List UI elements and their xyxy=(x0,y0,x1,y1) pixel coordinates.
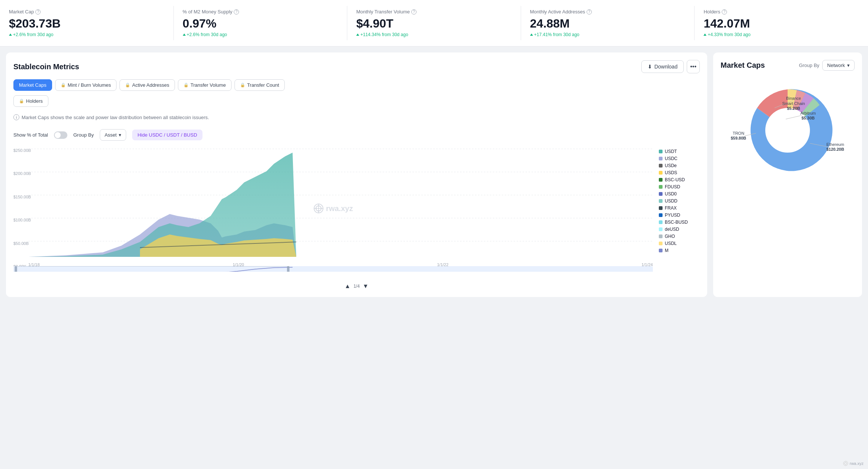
stat-item-active-addresses: Monthly Active Addresses ? 24.88M +17.41… xyxy=(521,6,695,40)
legend-dot xyxy=(659,157,663,160)
legend-dot xyxy=(659,150,663,153)
main-layout: Stablecoin Metrics ⬇ Download ••• Market… xyxy=(0,47,868,303)
tab-mint-burn[interactable]: 🔒Mint / Burn Volumes xyxy=(55,79,117,91)
legend-item: USDL xyxy=(659,241,700,246)
stat-label: Holders ? xyxy=(703,9,859,15)
legend-label: USDT xyxy=(665,149,677,154)
stat-change: +2.6% from 30d ago xyxy=(183,32,338,37)
legend-item: GHO xyxy=(659,234,700,239)
legend-dot xyxy=(659,171,663,175)
left-panel: Stablecoin Metrics ⬇ Download ••• Market… xyxy=(6,52,707,297)
lock-icon: 🔒 xyxy=(240,83,245,87)
legend-item: FDUSD xyxy=(659,184,700,189)
stats-bar: Market Cap ? $203.73B +2.6% from 30d ago… xyxy=(0,0,868,47)
up-arrow-icon xyxy=(530,34,533,36)
stat-label: Market Cap ? xyxy=(9,9,165,15)
tab-holders[interactable]: 🔒Holders xyxy=(13,95,48,107)
more-button[interactable]: ••• xyxy=(687,60,700,73)
stat-item-market-cap: Market Cap ? $203.73B +2.6% from 30d ago xyxy=(0,6,174,40)
svg-text:$120.20B: $120.20B xyxy=(826,147,844,151)
legend-dot xyxy=(659,213,663,217)
stat-label: % of M2 Money Supply ? xyxy=(183,9,338,15)
tab-active-addresses[interactable]: 🔒Active Addresses xyxy=(119,79,175,91)
stat-change: +114.34% from 30d ago xyxy=(356,32,512,37)
stat-value: $4.90T xyxy=(356,17,512,31)
tab-transfer-count[interactable]: 🔒Transfer Count xyxy=(234,79,285,91)
stat-value: $203.73B xyxy=(9,17,165,31)
svg-text:$5.20B: $5.20B xyxy=(787,106,800,111)
legend-dot xyxy=(659,249,663,252)
legend-item: USDT xyxy=(659,149,700,154)
stat-item-transfer-volume: Monthly Transfer Volume ? $4.90T +114.34… xyxy=(347,6,521,40)
tab-transfer-volume[interactable]: 🔒Transfer Volume xyxy=(178,79,232,91)
legend-label: USD0 xyxy=(665,191,677,197)
tab-market-caps[interactable]: Market Caps xyxy=(13,79,52,91)
panel-title: Stablecoin Metrics xyxy=(13,63,79,71)
legend-item: USDC xyxy=(659,156,700,161)
legend-label: BSC-BUSD xyxy=(665,220,688,225)
legend-label: BSC-USD xyxy=(665,177,685,182)
legend-item: deUSD xyxy=(659,227,700,232)
mini-chart-svg xyxy=(13,266,653,272)
svg-line-20 xyxy=(745,133,756,136)
group-by-select[interactable]: Asset ▾ xyxy=(100,129,127,141)
lock-icon: 🔒 xyxy=(125,83,130,87)
legend-item: USDS xyxy=(659,170,700,175)
help-icon[interactable]: ? xyxy=(411,9,417,15)
chart-area: $250.00B$200.00B$150.00B$100.00B$50.00B$… xyxy=(13,145,700,272)
legend-dot xyxy=(659,242,663,245)
info-icon: i xyxy=(13,114,19,120)
help-icon[interactable]: ? xyxy=(35,9,41,15)
legend-label: FDUSD xyxy=(665,184,680,189)
stat-label: Monthly Transfer Volume ? xyxy=(356,9,512,15)
up-arrow-icon xyxy=(356,34,359,36)
legend-dot xyxy=(659,185,663,189)
help-icon[interactable]: ? xyxy=(234,9,239,15)
legend-dot xyxy=(659,192,663,196)
up-arrow-icon xyxy=(703,34,706,36)
stat-label: Monthly Active Addresses ? xyxy=(530,9,686,15)
svg-line-23 xyxy=(810,143,829,147)
stat-value: 24.88M xyxy=(530,17,686,31)
page-up-icon[interactable]: ▲ xyxy=(345,283,351,290)
page-down-icon[interactable]: ▼ xyxy=(363,283,368,290)
legend-label: USDD xyxy=(665,198,677,204)
lock-icon: 🔒 xyxy=(19,99,24,103)
legend-item: PYUSD xyxy=(659,213,700,218)
stat-change: +2.6% from 30d ago xyxy=(9,32,165,37)
svg-text:Ethereum: Ethereum xyxy=(826,142,844,147)
mini-chart[interactable] xyxy=(13,266,653,272)
stat-change: +17.41% from 30d ago xyxy=(530,32,686,37)
show-percent-toggle[interactable] xyxy=(54,131,67,139)
show-percent-label: Show % of Total xyxy=(13,132,48,138)
hide-button[interactable]: Hide USDC / USDT / BUSD xyxy=(132,130,202,140)
lock-icon: 🔒 xyxy=(61,83,66,87)
legend-item: BSC-BUSD xyxy=(659,220,700,225)
download-button[interactable]: ⬇ Download xyxy=(641,60,684,73)
legend-label: USDS xyxy=(665,170,677,175)
network-select[interactable]: Network ▾ xyxy=(822,60,855,71)
legend-label: USDC xyxy=(665,156,677,161)
group-by-label: Group By xyxy=(73,132,94,138)
legend-item: M xyxy=(659,248,700,253)
svg-text:$59.80B: $59.80B xyxy=(731,136,746,140)
legend-dot xyxy=(659,234,663,238)
legend-dot xyxy=(659,227,663,231)
legend-item: USDe xyxy=(659,163,700,168)
help-icon[interactable]: ? xyxy=(722,9,727,15)
chart-legend: USDT USDC USDe USDS BSC-USD FDUSD USD0 U… xyxy=(659,145,700,272)
chevron-down-icon: ▾ xyxy=(847,63,850,68)
chart-svg: $250.00B$200.00B$150.00B$100.00B$50.00B$… xyxy=(13,145,653,272)
legend-item: BSC-USD xyxy=(659,177,700,182)
help-icon[interactable]: ? xyxy=(587,9,592,15)
chevron-down-icon: ▾ xyxy=(119,132,121,138)
right-panel: Market Caps Group By Network ▾ xyxy=(713,52,862,297)
info-row: i Market Caps shows the scale and power … xyxy=(13,111,700,123)
chart-svg-element xyxy=(28,145,653,261)
svg-text:Smart Chain: Smart Chain xyxy=(782,101,805,106)
svg-rect-11 xyxy=(15,266,289,272)
legend-dot xyxy=(659,206,663,210)
tab-row-2: 🔒Holders xyxy=(13,95,700,107)
info-text: Market Caps shows the scale and power la… xyxy=(22,115,209,120)
legend-dot xyxy=(659,164,663,168)
